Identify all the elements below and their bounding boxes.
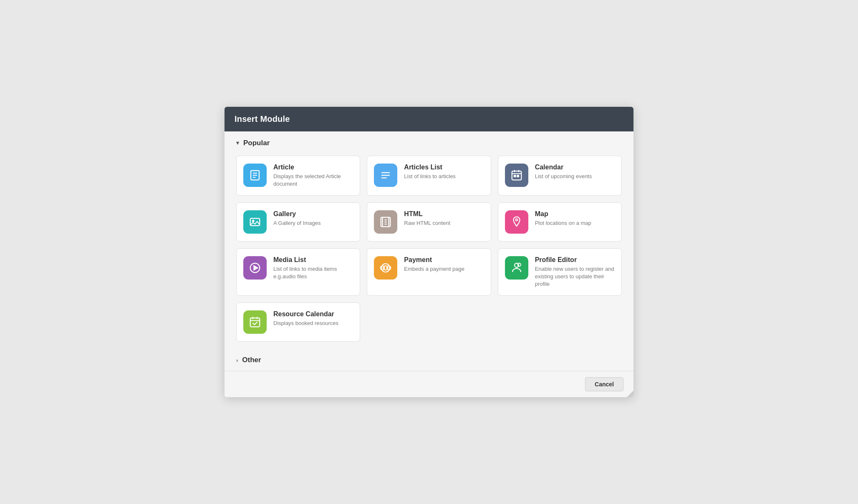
dialog-body: ▾ Popular Article Displays the selected …	[225, 131, 633, 371]
svg-rect-12	[517, 175, 519, 177]
other-section-header[interactable]: › Other	[236, 356, 622, 364]
svg-rect-27	[250, 318, 260, 327]
module-card-article[interactable]: Article Displays the selected Article do…	[236, 156, 360, 196]
article-name: Article	[273, 164, 353, 171]
popular-chevron-icon: ▾	[236, 140, 239, 146]
module-card-payment[interactable]: Payment Embeds a payment page	[367, 248, 491, 296]
calendar-icon	[505, 164, 528, 187]
module-card-gallery[interactable]: Gallery A Gallery of Images	[236, 202, 360, 242]
resource-calendar-name: Resource Calendar	[273, 310, 353, 318]
resource-calendar-info: Resource Calendar Displays booked resour…	[273, 310, 353, 327]
html-name: HTML	[404, 210, 484, 218]
modules-grid: Article Displays the selected Article do…	[225, 151, 633, 352]
resource-calendar-desc: Displays booked resources	[273, 320, 353, 327]
gallery-info: Gallery A Gallery of Images	[273, 210, 353, 227]
profile-editor-info: Profile Editor Enable new users to regis…	[535, 256, 615, 288]
module-card-articles-list[interactable]: Articles List List of links to articles	[367, 156, 491, 196]
payment-desc: Embeds a payment page	[404, 265, 484, 273]
media-list-icon	[243, 256, 267, 280]
insert-module-dialog: Insert Module ▾ Popular Article Displays…	[225, 107, 633, 398]
articles-list-info: Articles List List of links to articles	[404, 164, 484, 180]
article-desc: Displays the selected Article document	[273, 173, 353, 188]
html-info: HTML Raw HTML content	[404, 210, 484, 227]
map-desc: Plot locations on a map	[535, 219, 615, 227]
gallery-icon	[243, 210, 267, 234]
module-card-calendar[interactable]: Calendar List of upcoming events	[498, 156, 622, 196]
payment-name: Payment	[404, 256, 484, 264]
svg-rect-7	[512, 171, 521, 180]
module-card-map[interactable]: Map Plot locations on a map	[498, 202, 622, 242]
svg-point-26	[517, 263, 521, 267]
html-desc: Raw HTML content	[404, 219, 484, 227]
html-icon	[374, 210, 397, 234]
other-chevron-icon: ›	[236, 357, 238, 363]
dialog-title: Insert Module	[225, 107, 633, 131]
resource-calendar-icon	[243, 310, 267, 334]
articles-list-name: Articles List	[404, 164, 484, 171]
module-card-profile-editor[interactable]: Profile Editor Enable new users to regis…	[498, 248, 622, 296]
popular-section-label: Popular	[243, 139, 270, 147]
articles-list-desc: List of links to articles	[404, 173, 484, 180]
payment-info: Payment Embeds a payment page	[404, 256, 484, 273]
resize-handle-icon	[627, 391, 633, 397]
popular-section-header[interactable]: ▾ Popular	[225, 131, 633, 151]
module-card-html[interactable]: HTML Raw HTML content	[367, 202, 491, 242]
map-icon	[505, 210, 528, 234]
other-section: › Other	[225, 352, 633, 371]
dialog-footer: Cancel	[225, 371, 633, 397]
gallery-name: Gallery	[273, 210, 353, 218]
other-section-label: Other	[242, 356, 261, 364]
calendar-desc: List of upcoming events	[535, 173, 615, 180]
module-card-resource-calendar[interactable]: Resource Calendar Displays booked resour…	[236, 302, 360, 342]
map-info: Map Plot locations on a map	[535, 210, 615, 227]
gallery-desc: A Gallery of Images	[273, 219, 353, 227]
media-list-desc: List of links to media items e.g.audio f…	[273, 265, 353, 280]
svg-point-14	[252, 220, 254, 222]
calendar-info: Calendar List of upcoming events	[535, 164, 615, 180]
article-info: Article Displays the selected Article do…	[273, 164, 353, 188]
map-name: Map	[535, 210, 615, 218]
profile-editor-name: Profile Editor	[535, 256, 615, 264]
svg-point-16	[515, 219, 517, 221]
svg-marker-18	[254, 266, 258, 270]
profile-editor-icon	[505, 256, 528, 280]
profile-editor-desc: Enable new users to register and existin…	[535, 265, 615, 288]
articles-list-icon	[374, 164, 397, 187]
module-card-media-list[interactable]: Media List List of links to media items …	[236, 248, 360, 296]
article-icon	[243, 164, 267, 187]
calendar-name: Calendar	[535, 164, 615, 171]
media-list-info: Media List List of links to media items …	[273, 256, 353, 280]
payment-icon	[374, 256, 397, 280]
svg-rect-11	[514, 175, 515, 177]
cancel-button[interactable]: Cancel	[585, 377, 623, 391]
media-list-name: Media List	[273, 256, 353, 264]
